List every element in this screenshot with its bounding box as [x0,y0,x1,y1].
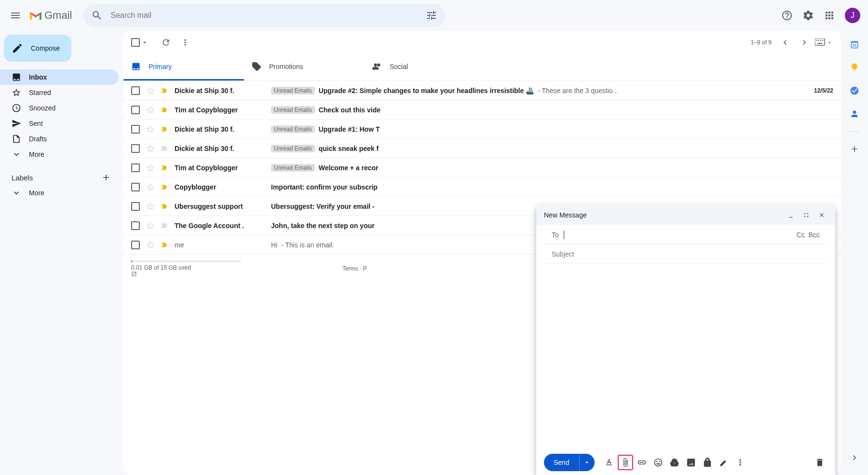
important-marker[interactable] [160,144,170,153]
important-marker[interactable] [160,106,170,114]
important-marker[interactable] [160,221,170,230]
important-marker[interactable] [160,86,170,95]
tab-primary[interactable]: Primary [123,54,244,81]
select-all[interactable] [131,38,149,47]
prev-page-button[interactable] [775,33,795,52]
insert-link-button[interactable] [634,455,650,470]
label-chip[interactable]: Unread Emails [271,145,315,152]
tab-social[interactable]: Social [365,54,485,81]
close-button[interactable] [816,209,827,221]
tab-promotions[interactable]: Promotions [244,54,365,81]
compose-body[interactable] [536,264,835,450]
label-chip[interactable]: Unread Emails [271,164,315,172]
star-button[interactable] [146,124,155,134]
star-button[interactable] [146,163,155,173]
email-row[interactable]: Copyblogger Important: confirm your subs… [123,177,841,197]
bcc-button[interactable]: Bcc [809,231,820,239]
formatting-button[interactable] [601,455,617,470]
attach-file-button[interactable] [618,455,633,470]
row-checkbox[interactable] [131,183,141,191]
external-link-icon[interactable] [131,271,241,277]
get-addons[interactable] [845,139,864,159]
row-checkbox[interactable] [131,86,141,95]
apps-button[interactable] [820,6,839,25]
tasks-app[interactable] [845,81,864,100]
nav-snoozed[interactable]: Snoozed [0,100,119,116]
next-page-button[interactable] [795,33,814,52]
more-options-button[interactable] [732,455,748,470]
nav-drafts[interactable]: Drafts [0,131,119,147]
contacts-app[interactable] [845,104,864,123]
subject-field[interactable] [544,244,827,264]
send-button[interactable]: Send [544,454,579,471]
row-checkbox[interactable] [131,125,141,134]
row-checkbox[interactable] [131,221,141,230]
add-label-button[interactable] [100,172,112,183]
search-input[interactable] [107,11,422,20]
subject-input[interactable] [552,250,820,258]
more-actions-button[interactable] [176,33,195,52]
important-marker[interactable] [160,183,170,191]
star-button[interactable] [146,202,155,211]
settings-button[interactable] [799,6,818,25]
to-input[interactable] [564,231,793,239]
row-checkbox[interactable] [131,106,141,114]
hide-panel[interactable] [845,448,864,467]
nav-sent[interactable]: Sent [0,116,119,131]
important-marker[interactable] [160,202,170,211]
input-tools-button[interactable] [814,33,833,52]
star-button[interactable] [146,240,155,250]
to-field[interactable]: To Cc Bcc [544,225,827,244]
main-menu-button[interactable] [4,4,27,27]
account-avatar[interactable]: J [845,8,860,23]
insert-photo-button[interactable] [683,455,699,470]
fullscreen-button[interactable] [800,209,812,221]
confidential-mode-button[interactable] [700,455,715,470]
email-row[interactable]: Dickie at Ship 30 f. Unread Emails Upgra… [123,120,841,139]
keep-app[interactable] [845,58,864,77]
row-checkbox[interactable] [131,163,141,172]
nav-inbox[interactable]: Inbox [0,69,119,85]
star-button[interactable] [146,221,155,231]
compose-button[interactable]: Compose [4,35,71,62]
calendar-app[interactable]: 31 [845,35,864,54]
refresh-button[interactable] [156,33,176,52]
insert-drive-button[interactable] [667,455,682,470]
important-marker[interactable] [160,125,170,134]
labels-more[interactable]: More [0,185,119,201]
row-checkbox[interactable] [131,202,141,211]
terms-link[interactable]: Terms [342,265,358,272]
nav-more[interactable]: More [0,147,119,162]
dropdown-icon[interactable] [141,39,149,46]
email-row[interactable]: Tim at Copyblogger Unread Emails Welcome… [123,158,841,177]
gmail-logo[interactable]: Gmail [29,9,72,22]
search-button[interactable] [87,6,107,25]
important-marker[interactable] [160,241,170,249]
star-button[interactable] [146,105,155,115]
label-chip[interactable]: Unread Emails [271,106,315,114]
star-button[interactable] [146,86,155,95]
privacy-link[interactable]: P [363,265,367,272]
email-subject: Important: confirm your subscrip [271,183,378,191]
important-marker[interactable] [160,163,170,172]
compose-header[interactable]: New Message [536,205,835,225]
discard-draft-button[interactable] [812,455,827,470]
label-chip[interactable]: Unread Emails [271,87,315,95]
email-row[interactable]: Dickie at Ship 30 f. Unread Emails Upgra… [123,81,841,100]
select-all-checkbox[interactable] [131,38,140,47]
send-options-button[interactable] [579,454,595,471]
row-checkbox[interactable] [131,144,141,153]
insert-signature-button[interactable] [716,455,732,470]
row-checkbox[interactable] [131,241,141,249]
insert-emoji-button[interactable] [651,455,666,470]
email-row[interactable]: Tim at Copyblogger Unread Emails Check o… [123,100,841,120]
nav-starred[interactable]: Starred [0,85,119,100]
cc-button[interactable]: Cc [797,231,805,239]
email-row[interactable]: Dickie at Ship 30 f. Unread Emails quick… [123,139,841,158]
label-chip[interactable]: Unread Emails [271,125,315,133]
minimize-button[interactable] [785,209,797,221]
search-options-button[interactable] [422,6,441,25]
star-button[interactable] [146,182,155,192]
star-button[interactable] [146,144,155,153]
support-button[interactable] [777,6,797,25]
